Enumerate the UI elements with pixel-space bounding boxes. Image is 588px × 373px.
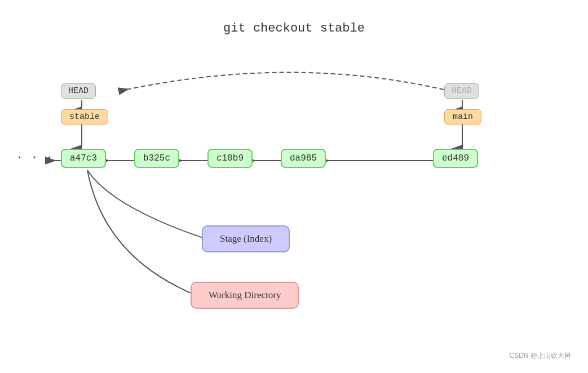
commit-c10b9: c10b9 [207,149,253,168]
watermark: CSDN @上山砍大树 [509,351,571,361]
branch-main: main [444,109,481,125]
head-right-label: HEAD [444,83,479,99]
commit-a47c3: a47c3 [61,149,106,168]
stage-box: Stage (Index) [202,225,290,252]
arrows-overlay [0,0,588,373]
commit-da985: da985 [281,149,326,168]
page-title: git checkout stable [0,21,588,35]
commit-ed489: ed489 [433,149,478,168]
head-left-label: HEAD [61,83,96,99]
branch-stable: stable [61,109,108,125]
commit-b325c: b325c [134,149,179,168]
working-directory-box: Working Directory [191,282,299,309]
ellipsis: · · · [16,151,53,165]
